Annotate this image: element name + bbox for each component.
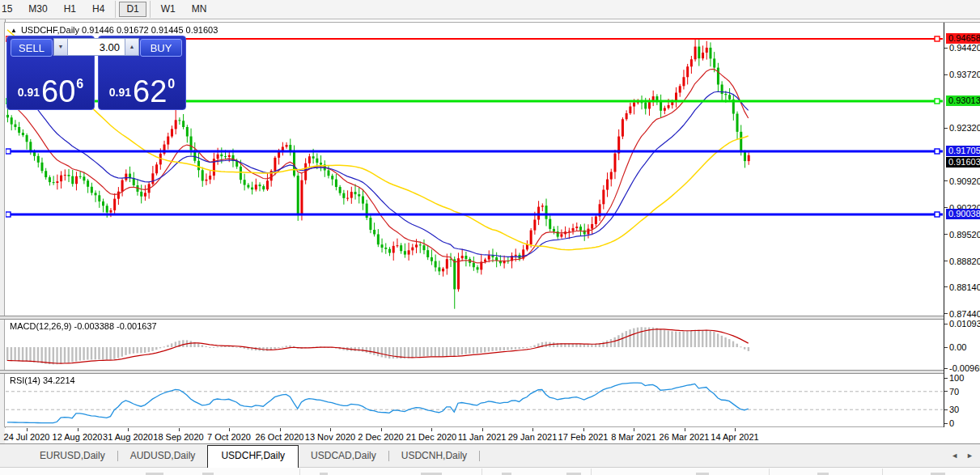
timeframe-mn-button[interactable]: MN: [185, 2, 214, 17]
rsi-axis-value: 100: [949, 373, 964, 383]
tab-usdchf[interactable]: USDCHF,Daily: [207, 445, 299, 468]
date-tick-dash: [634, 428, 634, 431]
price-axis-tick: 0.89520: [944, 230, 980, 240]
date-tick-dash: [583, 428, 584, 431]
date-axis-label: 18 Sep 2020: [153, 432, 203, 442]
rsi-axis-label: 30: [944, 405, 959, 414]
tab-scroll-right-icon[interactable]: ►: [966, 452, 974, 460]
price-axis-tick-label: 0.87440: [949, 309, 980, 319]
date-axis-label: 21 Dec 2020: [406, 432, 456, 442]
macd-axis-label: 0.010933: [944, 319, 980, 329]
tick-dash-icon: [944, 180, 948, 181]
date-axis-label: 17 Feb 2021: [558, 432, 609, 442]
date-axis-label: 13 Nov 2020: [305, 432, 355, 442]
current-price-label: 0.91603: [946, 157, 980, 168]
chart-tab-bar: EURUSD,DailyAUDUSD,DailyUSDCHF,DailyUSDC…: [0, 443, 980, 467]
date-tick-dash: [532, 428, 533, 431]
partial-row-separator: [882, 469, 883, 475]
tick-dash-icon: [944, 324, 948, 324]
tab-usdcad[interactable]: USDCAD,Daily: [299, 446, 388, 465]
price-axis-tick: 0.87440: [944, 309, 980, 319]
one-click-trading-panel: SELL 0.91 60 6 BUY 0.91 62 0 ▼ ▲: [6, 36, 186, 110]
partial-bottom-row: [0, 467, 980, 475]
price-axis-tick: 0.90920: [944, 176, 980, 186]
hline-price-label: 0.94658: [946, 33, 980, 44]
partial-row-separator: [482, 469, 482, 475]
date-tick-dash: [330, 428, 331, 431]
date-tick-dash: [381, 428, 382, 431]
date-tick-dash: [431, 428, 432, 431]
date-tick-dash: [280, 428, 281, 431]
rsi-axis-label: 70: [944, 387, 959, 397]
buy-price-display: 0.91 62 0: [99, 78, 185, 104]
timeframe-15-button[interactable]: 15: [0, 2, 19, 17]
price-axis-tick-label: 0.88140: [949, 282, 980, 292]
date-tick-dash: [179, 428, 180, 431]
price-axis-tick: 0.94420: [944, 43, 980, 53]
price-axis-tick: 0.92320: [944, 123, 980, 133]
timeframe-toolbar: 15M30H1H4D1W1MN: [0, 0, 980, 19]
hline-price-label: 0.90038: [946, 209, 980, 219]
price-axis-tick-label: 0.92320: [949, 123, 980, 133]
rsi-axis-label: 100: [944, 373, 964, 383]
rsi-indicator-label: RSI(14) 34.2214: [10, 375, 75, 385]
date-tick-dash: [735, 428, 736, 431]
toolbar-separator: [115, 1, 116, 18]
partial-row-separator: [299, 469, 300, 475]
timeframe-h1-button[interactable]: H1: [57, 2, 83, 17]
date-axis[interactable]: 24 Jul 202012 Aug 202031 Aug 202018 Sep …: [5, 428, 944, 443]
toolbar-separator: [150, 1, 151, 18]
date-tick-dash: [128, 428, 129, 431]
macd-indicator-label: MACD(12,26,9) -0.003388 -0.001637: [10, 321, 157, 331]
rsi-axis-value: 70: [949, 387, 959, 397]
tick-dash-icon: [944, 286, 948, 287]
price-axis-tick-label: 0.89520: [949, 230, 980, 240]
tab-usdcnh[interactable]: USDCNH,Daily: [389, 446, 479, 465]
volume-increase-button[interactable]: ▲: [125, 38, 139, 56]
volume-spinner: ▼ ▲: [53, 38, 139, 56]
price-axis-tick-label: 0.93720: [949, 70, 980, 79]
price-axis-tick-label: 0.90920: [949, 176, 980, 186]
tick-dash-icon: [944, 261, 948, 261]
price-axis-tick: 0.88820: [944, 257, 980, 266]
sell-button[interactable]: SELL: [11, 39, 53, 57]
date-tick-dash: [685, 428, 685, 431]
macd-axis-value: 0.00: [949, 342, 966, 352]
chart-symbol-label: USDCHF,Daily: [21, 25, 79, 35]
date-tick-dash: [78, 428, 78, 431]
tick-dash-icon: [944, 423, 948, 424]
tick-dash-icon: [944, 368, 948, 369]
tick-dash-icon: [944, 409, 948, 410]
price-axis-tick: 0.88140: [944, 282, 980, 292]
volume-input[interactable]: [68, 38, 125, 56]
timeframe-h4-button[interactable]: H4: [85, 2, 112, 17]
chart-title: ▲USDCHF,Daily 0.91446 0.91672 0.91445 0.…: [11, 25, 218, 35]
tab-audusd[interactable]: AUDUSD,Daily: [118, 446, 208, 465]
tab-scroll-left-icon[interactable]: ◄: [951, 452, 958, 460]
price-axis-tick-label: 0.94420: [949, 43, 980, 53]
mt4-terminal-window: 15M30H1H4D1W1MN ▲USDCHF,Daily 0.91446 0.…: [0, 0, 980, 475]
rsi-axis-label: 0: [944, 418, 954, 428]
timeframe-w1-button[interactable]: W1: [154, 2, 183, 17]
rsi-axis-value: 0: [949, 418, 954, 428]
price-axis[interactable]: 0.944200.937200.923200.909200.902200.895…: [944, 23, 980, 427]
tab-eurusd[interactable]: EURUSD,Daily: [28, 446, 117, 465]
date-tick-dash: [229, 428, 230, 431]
date-axis-label: 26 Mar 2021: [660, 432, 710, 442]
volume-decrease-button[interactable]: ▼: [53, 38, 68, 56]
date-axis-label: 12 Aug 2020: [53, 432, 103, 442]
timeframe-m30-button[interactable]: M30: [21, 2, 54, 17]
date-tick-dash: [482, 428, 483, 431]
chart-ohlc-values: 0.91446 0.91672 0.91445 0.91603: [82, 25, 218, 35]
tick-dash-icon: [944, 128, 948, 129]
price-axis-tick-label: 0.88820: [949, 257, 980, 266]
macd-axis-value: -0.009653: [949, 363, 980, 373]
collapse-panel-icon[interactable]: ▲: [11, 27, 17, 34]
date-tick-dash: [27, 428, 28, 431]
tick-dash-icon: [944, 207, 948, 208]
timeframe-d1-button[interactable]: D1: [119, 2, 146, 17]
date-axis-label: 24 Jul 2020: [4, 432, 50, 442]
date-axis-label: 29 Jan 2021: [508, 432, 558, 442]
tick-dash-icon: [944, 378, 948, 379]
buy-button[interactable]: BUY: [140, 39, 182, 57]
